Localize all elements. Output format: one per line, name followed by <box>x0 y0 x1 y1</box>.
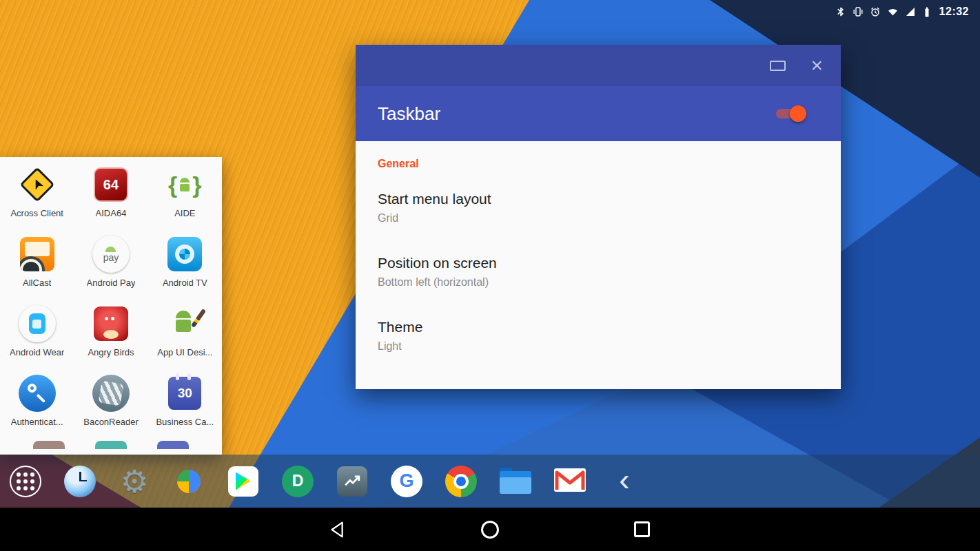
app-label: Angry Birds <box>88 347 134 357</box>
app-shortcut-baconreader[interactable]: BaconReader <box>74 371 147 441</box>
app-label: BaconReader <box>83 417 139 427</box>
app-label: Authenticat... <box>11 417 63 427</box>
taskbar: ⚙ D G <box>0 455 980 508</box>
files-app-button[interactable] <box>499 465 532 498</box>
settings-app-button[interactable]: ⚙ <box>118 465 151 498</box>
app-shortcut-android-tv[interactable]: Android TV <box>148 232 222 302</box>
section-label-general: General <box>378 158 819 170</box>
app-ui-designer-icon <box>165 304 204 343</box>
battery-icon <box>922 6 932 18</box>
pref-value: Grid <box>378 212 819 225</box>
window-header: Taskbar <box>356 86 841 141</box>
pref-value: Light <box>378 340 819 353</box>
start-menu-button[interactable] <box>9 465 42 498</box>
close-window-icon[interactable]: × <box>810 55 823 76</box>
app-shortcut-app-ui-designer[interactable]: App UI Desi... <box>148 302 222 371</box>
allcast-icon <box>18 235 57 273</box>
pref-theme[interactable]: Theme Light <box>378 319 819 353</box>
google-g-icon: G <box>391 466 422 497</box>
status-time: 12:32 <box>939 6 969 18</box>
android-pay-icon: pay <box>92 235 130 273</box>
angry-birds-icon <box>92 304 130 343</box>
pref-title: Theme <box>378 319 819 335</box>
pref-title: Position on screen <box>378 255 819 271</box>
app-shortcut-business-calendar[interactable]: 30 Business Ca... <box>148 371 222 441</box>
app-label: Across Client <box>10 208 63 218</box>
partial-app-icon <box>157 441 189 449</box>
g-letter: G <box>399 470 414 492</box>
start-menu-panel: ➤ Across Client 64 AIDA64 {} AIDE AllCas… <box>0 157 222 455</box>
photos-app-button[interactable] <box>172 465 205 498</box>
alarm-icon <box>870 6 881 17</box>
home-button[interactable] <box>478 518 502 541</box>
app-shortcut-aida64[interactable]: 64 AIDA64 <box>74 163 147 232</box>
authenticator-icon <box>18 374 57 413</box>
baconreader-icon <box>92 374 130 413</box>
recents-square-icon <box>634 521 650 537</box>
window-body: General Start menu layout Grid Position … <box>356 141 841 389</box>
screen: 12:32 ➤ Across Client 64 AIDA64 {} AIDE <box>0 0 980 551</box>
signal-icon <box>905 6 916 17</box>
across-client-icon: ➤ <box>18 165 57 204</box>
gmail-app-button[interactable] <box>553 465 586 498</box>
photos-pinwheel-icon <box>174 466 204 497</box>
toggle-thumb <box>790 105 806 122</box>
google-app-button[interactable]: G <box>390 465 423 498</box>
app-shortcut-across-client[interactable]: ➤ Across Client <box>0 163 74 232</box>
app-shortcut-android-wear[interactable]: Android Wear <box>0 302 74 371</box>
pay-badge: pay <box>103 253 119 262</box>
android-wear-icon <box>18 304 57 343</box>
wifi-icon <box>887 6 899 17</box>
app-label: Android TV <box>163 278 207 288</box>
play-store-app-button[interactable] <box>227 465 260 498</box>
aida64-badge: 64 <box>103 177 119 193</box>
aida64-icon: 64 <box>92 165 130 204</box>
home-circle-icon <box>481 521 499 539</box>
vibrate-icon <box>853 6 864 17</box>
pref-start-menu-layout[interactable]: Start menu layout Grid <box>378 191 819 225</box>
back-button[interactable] <box>327 518 350 541</box>
aide-icon: {} <box>165 165 204 204</box>
app-shortcut-authenticator[interactable]: Authenticat... <box>0 371 74 441</box>
window-titlebar: × <box>356 45 841 86</box>
taskbar-settings-window: × Taskbar General Start menu layout Grid… <box>356 45 841 389</box>
apps-grid-icon <box>10 466 41 497</box>
nav-bar <box>0 508 980 551</box>
d-letter: D <box>292 472 304 490</box>
clock-app-button[interactable] <box>63 465 96 498</box>
folder-icon <box>500 468 531 495</box>
app-label: Android Pay <box>87 278 136 288</box>
d-app-icon: D <box>282 466 314 497</box>
app-label: AllCast <box>23 278 51 288</box>
partial-app-icon <box>95 441 127 449</box>
taskbar-collapse-button[interactable]: ‹ <box>608 465 641 498</box>
app-shortcut-aide[interactable]: {} AIDE <box>148 163 222 232</box>
chevron-left-icon: ‹ <box>619 464 629 499</box>
back-triangle-icon <box>328 519 349 540</box>
app-shortcut-angry-birds[interactable]: Angry Birds <box>74 302 147 371</box>
calendar-badge: 30 <box>178 386 192 401</box>
taskbar-enable-toggle[interactable] <box>776 105 804 122</box>
play-store-icon <box>228 466 258 497</box>
chrome-app-button[interactable] <box>445 465 478 498</box>
app-label: App UI Desi... <box>157 347 212 357</box>
partial-app-row <box>0 441 222 449</box>
gmail-envelope-icon <box>554 468 586 495</box>
status-bar: 12:32 <box>824 0 980 23</box>
app-shortcut-allcast[interactable]: AllCast <box>0 232 74 302</box>
d-app-button[interactable]: D <box>281 465 314 498</box>
business-calendar-icon: 30 <box>165 374 204 413</box>
pref-value: Bottom left (horizontal) <box>378 276 819 289</box>
trends-app-button[interactable] <box>336 465 369 498</box>
pref-position-on-screen[interactable]: Position on screen Bottom left (horizont… <box>378 255 819 289</box>
recents-button[interactable] <box>630 518 653 541</box>
app-shortcut-android-pay[interactable]: pay Android Pay <box>74 232 147 302</box>
app-label: AIDE <box>174 208 195 218</box>
bluetooth-icon <box>835 6 846 17</box>
maximize-window-icon[interactable] <box>770 61 786 71</box>
android-tv-icon <box>165 235 204 273</box>
app-label: AIDA64 <box>96 208 127 218</box>
gear-icon: ⚙ <box>120 466 148 497</box>
app-label: Android Wear <box>10 347 64 357</box>
app-label: Business Ca... <box>156 417 214 427</box>
